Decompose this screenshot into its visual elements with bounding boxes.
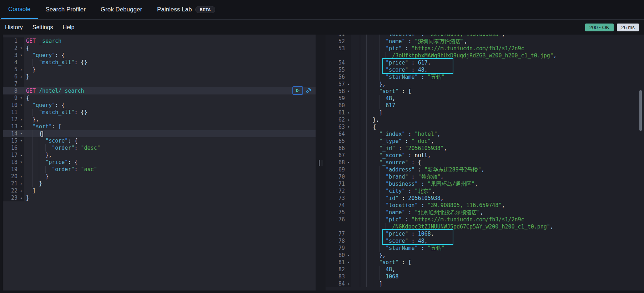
code-line[interactable]: 51 "location" : "22.078011, 113.805695", <box>326 35 644 38</box>
code-line[interactable]: 55 "score" : 48, <box>326 66 644 73</box>
fold-toggle-icon[interactable]: ▾ <box>19 94 24 102</box>
code-line[interactable]: 8GET /hotel/_search <box>3 87 316 94</box>
fold-toggle-icon[interactable]: ▴ <box>346 109 351 116</box>
fold-toggle-icon[interactable]: ▴ <box>346 252 351 259</box>
code-line[interactable]: 53 "pic" : "https://m.tuniucdn.com/fb3/s… <box>326 45 644 52</box>
code-line[interactable]: 2▾{ <box>3 45 316 52</box>
code-line[interactable]: 3▾ "query": { <box>3 52 316 59</box>
code-line[interactable]: 67 "_score" : null, <box>326 152 644 159</box>
code-line[interactable]: 7 <box>3 80 316 87</box>
code-line[interactable]: 80▴ }, <box>326 252 644 259</box>
fold-toggle-icon[interactable]: ▾ <box>19 159 24 166</box>
code-line[interactable]: 62▴ }, <box>326 116 644 123</box>
code-line[interactable]: 72 "city" : "北京", <box>326 187 644 195</box>
fold-toggle-icon[interactable]: ▴ <box>19 180 24 187</box>
code-line[interactable]: 59 48, <box>326 95 644 102</box>
fold-toggle-icon[interactable]: ▴ <box>19 187 24 194</box>
code-line[interactable]: 18▾ "price": { <box>3 159 316 166</box>
code-line[interactable]: 6▴} <box>3 73 316 80</box>
fold-toggle-icon[interactable]: ▴ <box>19 194 24 201</box>
code-line[interactable]: 20▴ } <box>3 173 316 180</box>
code-line[interactable]: 9▾{ <box>3 94 316 102</box>
code-line[interactable]: 75 "name" : "北京通州北投希尔顿酒店", <box>326 209 644 216</box>
fold-toggle-icon[interactable]: ▴ <box>19 116 24 123</box>
fold-toggle-icon[interactable]: ▴ <box>346 116 351 123</box>
fold-toggle-icon[interactable]: ▾ <box>346 123 351 130</box>
code-line[interactable]: 83 1068 <box>326 273 644 280</box>
code-line[interactable]: 64 "_index" : "hotel", <box>326 130 644 138</box>
code-line[interactable]: 21▴ } <box>3 180 316 187</box>
code-line[interactable]: 76 "pic" : "https://m.tuniucdn.com/fb3/s… <box>326 216 644 223</box>
fold-toggle-icon[interactable]: ▾ <box>19 137 24 144</box>
code-line[interactable]: 78 "score" : 48, <box>326 237 644 245</box>
fold-toggle-icon[interactable]: ▴ <box>346 81 351 88</box>
code-line[interactable]: 4 "match_all": {} <box>3 59 316 66</box>
code-line[interactable]: 22▴ ] <box>3 187 316 194</box>
code-line[interactable]: 68▾ "_source" : { <box>326 159 644 166</box>
code-line[interactable]: 79 "starName" : "五钻" <box>326 245 644 252</box>
request-code[interactable]: 1GET _search2▾{3▾ "query": {4 "match_all… <box>3 35 316 201</box>
scrollbar-thumb[interactable] <box>639 90 642 131</box>
tab-painless-lab[interactable]: Painless LabBETA <box>150 0 223 19</box>
fold-toggle-icon[interactable]: ▾ <box>19 102 24 109</box>
menu-item-help[interactable]: Help <box>63 24 75 31</box>
response-viewer[interactable]: 51 "location" : "22.078011, 113.805695",… <box>326 35 644 291</box>
code-line[interactable]: 54 "price" : 617, <box>326 59 644 66</box>
code-line[interactable]: 63▾ { <box>326 123 644 130</box>
tab-search-profiler[interactable]: Search Profiler <box>38 0 93 19</box>
code-line[interactable]: 69 "address" : "新华东街289号2号楼", <box>326 166 644 173</box>
code-line[interactable]: /3oUfktphxMAWq9hUxD9uqdjRdZGB_w200_h200_… <box>326 52 644 59</box>
fold-toggle-icon[interactable]: ▴ <box>346 280 351 287</box>
panel-resizer[interactable] <box>316 35 326 291</box>
menu-item-history[interactable]: History <box>5 24 23 31</box>
request-options-button[interactable] <box>304 86 313 95</box>
fold-toggle-icon[interactable]: ▾ <box>19 130 24 137</box>
code-line[interactable]: 82 48, <box>326 266 644 273</box>
fold-toggle-icon[interactable]: ▴ <box>19 173 24 180</box>
code-line[interactable]: 84▴ ] <box>326 280 644 287</box>
fold-toggle-icon[interactable]: ▾ <box>346 159 351 166</box>
code-line[interactable]: 14▾ { <box>3 130 316 137</box>
fold-toggle-icon[interactable]: ▾ <box>19 123 24 130</box>
fold-toggle-icon[interactable]: ▾ <box>19 45 24 52</box>
code-line[interactable]: 23▴} <box>3 194 316 201</box>
code-line[interactable]: 73 "id" : 2056105938, <box>326 195 644 202</box>
code-line[interactable]: 12▴ }, <box>3 116 316 123</box>
code-line[interactable]: 70 "brand" : "希尔顿", <box>326 173 644 180</box>
code-line[interactable]: 74 "location" : "39.908805, 116.659748", <box>326 202 644 209</box>
code-line[interactable]: 57▴ }, <box>326 81 644 88</box>
menu-item-settings[interactable]: Settings <box>32 24 53 31</box>
tab-grok-debugger[interactable]: Grok Debugger <box>93 0 150 19</box>
fold-toggle-icon[interactable]: ▾ <box>346 259 351 266</box>
code-line[interactable]: 11 "match_all": {} <box>3 109 316 116</box>
request-editor[interactable]: 1GET _search2▾{3▾ "query": {4 "match_all… <box>3 35 316 291</box>
code-line[interactable]: 10▾ "query": { <box>3 102 316 109</box>
code-line[interactable]: 60 617 <box>326 102 644 109</box>
code-line[interactable]: 81▾ "sort" : [ <box>326 259 644 266</box>
code-line[interactable]: /NGKdpec3tZJNUUNWJ5pd67Cp5AY_w200_h200_c… <box>326 223 644 230</box>
code-line[interactable]: 5▴ } <box>3 66 316 73</box>
fold-toggle-icon[interactable]: ▾ <box>19 52 24 59</box>
code-line[interactable]: 19 "order": "asc" <box>3 166 316 173</box>
code-line[interactable]: 58▾ "sort" : [ <box>326 88 644 95</box>
code-line[interactable]: 52 "name" : "深圳同泰万怡酒店", <box>326 38 644 45</box>
tab-console[interactable]: Console <box>1 0 38 19</box>
code-line[interactable]: 17▴ }, <box>3 151 316 159</box>
code-line[interactable]: 16 "order": "desc" <box>3 144 316 151</box>
code-line[interactable]: 71 "business" : "果园环岛/通州区", <box>326 180 644 187</box>
code-line[interactable]: 77 "price" : 1068, <box>326 230 644 237</box>
code-line[interactable]: 15▾ "score": { <box>3 137 316 144</box>
code-line[interactable]: 66 "_id" : "2056105938", <box>326 145 644 152</box>
fold-toggle-icon[interactable]: ▴ <box>19 66 24 73</box>
code-line[interactable]: 65 "_type" : "_doc", <box>326 138 644 145</box>
code-line[interactable]: 13▾ "sort": [ <box>3 123 316 130</box>
code-line[interactable]: 1GET _search <box>3 37 316 45</box>
code-line[interactable]: 61▴ ] <box>326 109 644 116</box>
status-code-badge: 200 - OK <box>585 24 614 31</box>
response-code[interactable]: 51 "location" : "22.078011, 113.805695",… <box>326 35 644 287</box>
fold-toggle-icon[interactable]: ▴ <box>19 73 24 80</box>
code-line[interactable]: 56 "starName" : "五钻" <box>326 73 644 81</box>
fold-toggle-icon[interactable]: ▾ <box>346 88 351 95</box>
fold-toggle-icon[interactable]: ▴ <box>19 151 24 159</box>
send-request-button[interactable] <box>292 86 303 95</box>
